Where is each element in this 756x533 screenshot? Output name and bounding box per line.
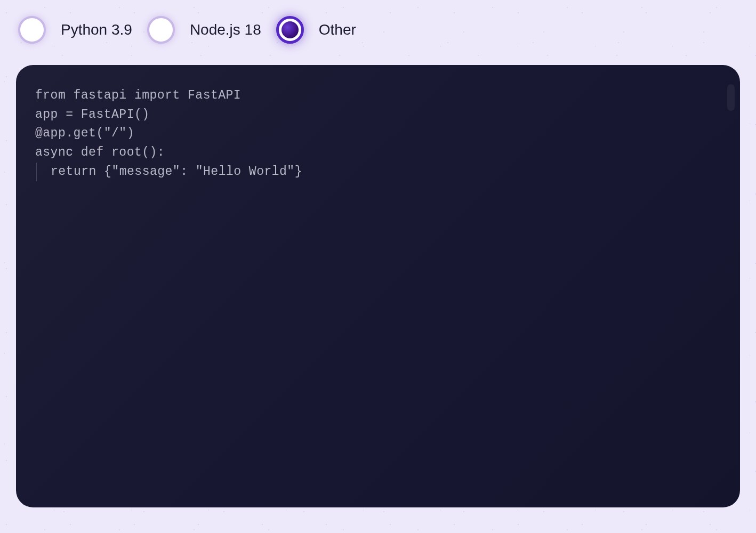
code-line: from fastapi import FastAPI	[35, 86, 721, 106]
radio-option-other[interactable]: Other	[276, 16, 356, 44]
radio-label: Node.js 18	[190, 21, 261, 38]
code-content[interactable]: from fastapi import FastAPIapp = FastAPI…	[35, 86, 721, 181]
code-line: return {"message": "Hello World"}	[36, 163, 721, 182]
radio-button-icon	[18, 16, 46, 44]
code-line: app = FastAPI()	[35, 106, 721, 125]
radio-button-icon	[147, 16, 175, 44]
runtime-radio-group: Python 3.9 Node.js 18 Other	[16, 16, 740, 44]
code-editor-panel: from fastapi import FastAPIapp = FastAPI…	[16, 65, 740, 507]
radio-label: Python 3.9	[61, 21, 132, 38]
code-line: async def root():	[35, 143, 721, 163]
code-line: @app.get("/")	[35, 124, 721, 143]
radio-option-nodejs[interactable]: Node.js 18	[147, 16, 261, 44]
radio-option-python[interactable]: Python 3.9	[18, 16, 132, 44]
radio-label: Other	[319, 21, 356, 38]
radio-button-icon	[276, 16, 304, 44]
scrollbar-thumb[interactable]	[727, 84, 735, 111]
